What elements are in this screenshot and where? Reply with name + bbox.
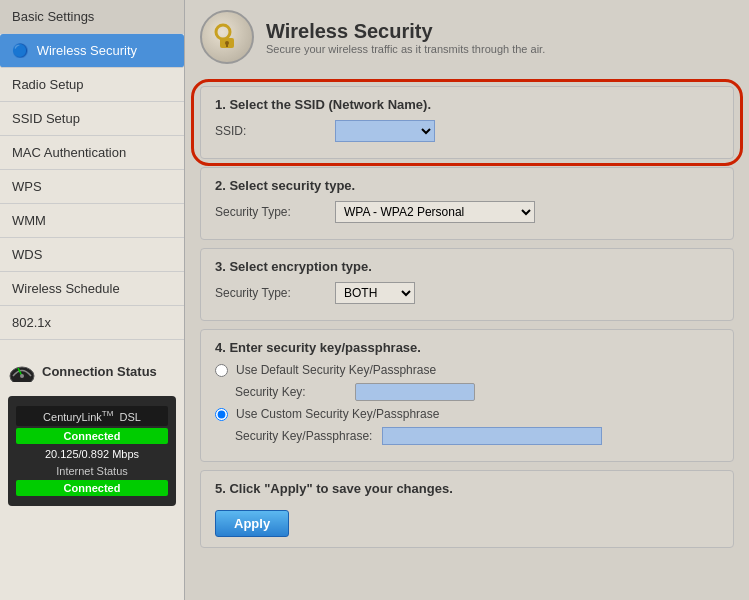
connection-connected-badge: Connected bbox=[16, 428, 168, 444]
sidebar-label-wireless-security: Wireless Security bbox=[37, 43, 137, 58]
sidebar-label-8021x: 802.1x bbox=[12, 315, 51, 330]
encryption-type-label: Security Type: bbox=[215, 286, 325, 300]
security-key-masked bbox=[355, 383, 475, 401]
speedometer-icon bbox=[8, 360, 36, 382]
ssid-select[interactable] bbox=[335, 120, 435, 142]
connection-status-title: Connection Status bbox=[42, 364, 157, 379]
internet-status-label: Internet Status bbox=[16, 462, 168, 478]
sidebar-label-wps: WPS bbox=[12, 179, 42, 194]
sidebar-item-basic-settings[interactable]: Basic Settings bbox=[0, 0, 184, 34]
security-type-row: Security Type: WPA - WPA2 Personal WPA P… bbox=[215, 201, 719, 223]
custom-key-row: Use Custom Security Key/Passphrase bbox=[215, 407, 719, 421]
security-type-select[interactable]: WPA - WPA2 Personal WPA Personal WPA2 Pe… bbox=[335, 201, 535, 223]
ssid-label: SSID: bbox=[215, 124, 325, 138]
apply-button[interactable]: Apply bbox=[215, 510, 289, 537]
ssid-section-title: 1. Select the SSID (Network Name). bbox=[215, 97, 719, 112]
page-icon bbox=[200, 10, 254, 64]
speed-label: 20.125/0.892 Mbps bbox=[16, 446, 168, 462]
page-title: Wireless Security bbox=[266, 20, 545, 43]
main-content: Wireless Security Secure your wireless t… bbox=[185, 0, 749, 600]
sidebar-label-radio-setup: Radio Setup bbox=[12, 77, 84, 92]
page-title-block: Wireless Security Secure your wireless t… bbox=[266, 20, 545, 55]
encryption-type-section: 3. Select encryption type. Security Type… bbox=[200, 248, 734, 321]
sidebar-label-mac-auth: MAC Authentication bbox=[12, 145, 126, 160]
custom-key-label: Use Custom Security Key/Passphrase bbox=[236, 407, 439, 421]
svg-point-2 bbox=[20, 374, 24, 378]
security-type-label: Security Type: bbox=[215, 205, 325, 219]
sidebar-item-wmm[interactable]: WMM bbox=[0, 204, 184, 238]
passphrase-input[interactable] bbox=[382, 427, 602, 445]
ssid-row: SSID: bbox=[215, 120, 719, 142]
sidebar-item-ssid-setup[interactable]: SSID Setup bbox=[0, 102, 184, 136]
sidebar-label-ssid-setup: SSID Setup bbox=[12, 111, 80, 126]
apply-section: 5. Click "Apply" to save your changes. A… bbox=[200, 470, 734, 548]
encryption-type-select[interactable]: BOTH TKIP AES bbox=[335, 282, 415, 304]
key-label: Security Key: bbox=[235, 385, 345, 399]
sidebar-item-wireless-security[interactable]: 🔵 Wireless Security bbox=[0, 34, 184, 68]
wireless-icon: 🔵 bbox=[12, 43, 28, 58]
sidebar-label-wmm: WMM bbox=[12, 213, 46, 228]
sidebar-item-mac-authentication[interactable]: MAC Authentication bbox=[0, 136, 184, 170]
security-key-title: 4. Enter security key/passphrase. bbox=[215, 340, 719, 355]
security-type-section: 2. Select security type. Security Type: … bbox=[200, 167, 734, 240]
passphrase-label: Security Key/Passphrase: bbox=[235, 429, 372, 443]
sidebar-item-wps[interactable]: WPS bbox=[0, 170, 184, 204]
encryption-type-row: Security Type: BOTH TKIP AES bbox=[215, 282, 719, 304]
security-type-title: 2. Select security type. bbox=[215, 178, 719, 193]
sidebar-item-8021x[interactable]: 802.1x bbox=[0, 306, 184, 340]
default-key-row: Use Default Security Key/Passphrase bbox=[215, 363, 719, 377]
passphrase-field: Security Key/Passphrase: bbox=[215, 427, 719, 445]
sidebar-item-wds[interactable]: WDS bbox=[0, 238, 184, 272]
security-key-section: 4. Enter security key/passphrase. Use De… bbox=[200, 329, 734, 462]
connection-status-box: CenturyLinkTM DSL Connected 20.125/0.892… bbox=[8, 396, 176, 506]
isp-label: CenturyLinkTM DSL bbox=[16, 406, 168, 426]
sidebar-item-wireless-schedule[interactable]: Wireless Schedule bbox=[0, 272, 184, 306]
svg-rect-6 bbox=[226, 43, 228, 47]
default-key-radio[interactable] bbox=[215, 364, 228, 377]
apply-title: 5. Click "Apply" to save your changes. bbox=[215, 481, 719, 496]
encryption-type-title: 3. Select encryption type. bbox=[215, 259, 719, 274]
sidebar-label-wireless-schedule: Wireless Schedule bbox=[12, 281, 120, 296]
sidebar-label-basic-settings: Basic Settings bbox=[12, 9, 94, 24]
ssid-section: 1. Select the SSID (Network Name). SSID: bbox=[200, 86, 734, 159]
page-header: Wireless Security Secure your wireless t… bbox=[200, 10, 734, 72]
sidebar-item-radio-setup[interactable]: Radio Setup bbox=[0, 68, 184, 102]
custom-key-radio[interactable] bbox=[215, 408, 228, 421]
internet-connected-badge: Connected bbox=[16, 480, 168, 496]
default-key-label: Use Default Security Key/Passphrase bbox=[236, 363, 436, 377]
sidebar-label-wds: WDS bbox=[12, 247, 42, 262]
security-key-field: Security Key: bbox=[215, 383, 719, 401]
page-subtitle: Secure your wireless traffic as it trans… bbox=[266, 43, 545, 55]
svg-point-3 bbox=[216, 25, 230, 39]
sidebar: Basic Settings 🔵 Wireless Security Radio… bbox=[0, 0, 185, 600]
connection-status-header: Connection Status bbox=[0, 352, 184, 386]
security-icon bbox=[209, 19, 245, 55]
